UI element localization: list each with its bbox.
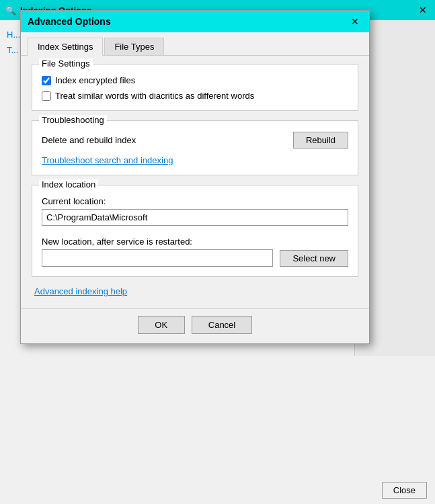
delete-rebuild-label: Delete and rebuild index — [42, 135, 136, 145]
file-settings-label: File Settings — [39, 58, 93, 69]
new-location-input[interactable] — [42, 249, 273, 267]
diacritics-label: Treat similar words with diacritics as d… — [55, 91, 254, 101]
new-location-row: Select new — [42, 249, 348, 267]
bottom-bar: Close — [374, 476, 435, 504]
bg-window-icon: 🔍 — [5, 5, 16, 15]
bg-close-button[interactable]: ✕ — [416, 3, 430, 17]
new-location-label: New location, after service is restarted… — [42, 237, 348, 247]
tab-file-types[interactable]: File Types — [104, 38, 164, 55]
modal-body: File Settings Index encrypted files Trea… — [21, 56, 369, 308]
index-encrypted-row: Index encrypted files — [42, 75, 348, 85]
close-button-bottom[interactable]: Close — [382, 482, 427, 499]
tab-bar: Index Settings File Types — [21, 32, 369, 56]
advanced-options-dialog: Advanced Options ✕ Index Settings File T… — [20, 10, 370, 344]
new-location-input-wrap — [42, 249, 273, 267]
modal-close-button[interactable]: ✕ — [348, 14, 362, 29]
rebuild-button[interactable]: Rebuild — [293, 132, 348, 149]
current-location-input[interactable] — [42, 209, 348, 226]
troubleshoot-link[interactable]: Troubleshoot search and indexing — [42, 155, 173, 165]
modal-title-bar: Advanced Options ✕ — [21, 11, 369, 32]
index-location-section: Index location Current location: New loc… — [32, 185, 358, 277]
ok-button[interactable]: OK — [138, 316, 185, 334]
tab-index-settings[interactable]: Index Settings — [28, 38, 103, 56]
diacritics-row: Treat similar words with diacritics as d… — [42, 91, 348, 101]
current-location-label: Current location: — [42, 196, 348, 206]
rebuild-row: Delete and rebuild index Rebuild — [42, 132, 348, 149]
footer-buttons: OK Cancel — [21, 308, 369, 343]
index-encrypted-checkbox[interactable] — [42, 76, 51, 85]
advanced-help-link[interactable]: Advanced indexing help — [34, 286, 127, 296]
select-new-button[interactable]: Select new — [280, 250, 348, 267]
advanced-help-row: Advanced indexing help — [32, 286, 358, 302]
index-encrypted-label: Index encrypted files — [55, 75, 135, 85]
index-location-label: Index location — [39, 179, 98, 190]
troubleshooting-section: Troubleshooting Delete and rebuild index… — [32, 120, 358, 175]
modal-title: Advanced Options — [28, 16, 111, 27]
diacritics-checkbox[interactable] — [42, 91, 51, 101]
cancel-button[interactable]: Cancel — [192, 316, 252, 334]
file-settings-section: File Settings Index encrypted files Trea… — [32, 64, 358, 111]
troubleshooting-label: Troubleshooting — [39, 115, 107, 125]
